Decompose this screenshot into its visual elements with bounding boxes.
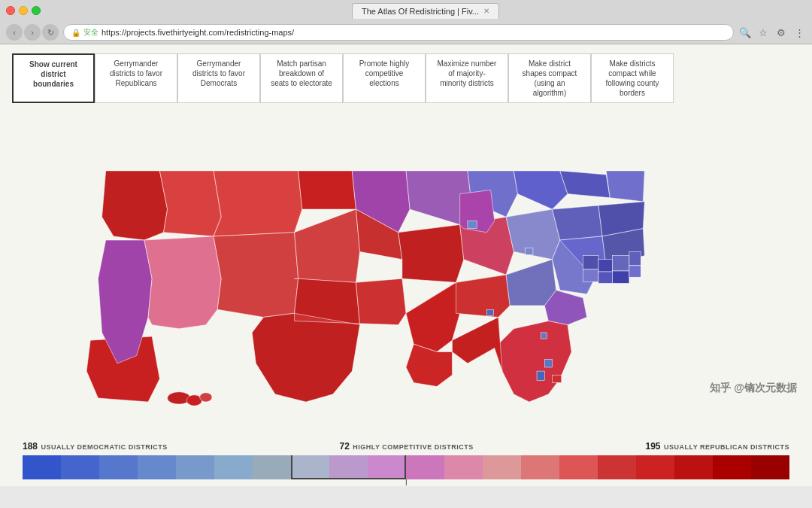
- nav-option-republicans-label: Gerrymander districts to favor Republica…: [110, 59, 162, 87]
- democratic-label: 188 USUALLY DEMOCRATIC DISTRICTS: [23, 439, 168, 452]
- republican-count: 195: [645, 441, 660, 452]
- forward-button[interactable]: ›: [24, 24, 41, 41]
- legend-segment-blue6: [253, 455, 291, 479]
- svg-marker-14: [214, 233, 298, 318]
- svg-rect-52: [553, 375, 562, 382]
- svg-rect-51: [537, 371, 544, 380]
- legend-segment-deep-red: [713, 455, 751, 479]
- nav-option-competitive-label: Promote highly competitive elections: [359, 59, 410, 87]
- nav-option-compact-county-label: Make districts compact while following c…: [605, 59, 659, 97]
- competitive-label: 72 HIGHLY COMPETITIVE DISTRICTS: [339, 439, 473, 452]
- legend-segment-darkest-red: [751, 455, 789, 479]
- url-bar[interactable]: 🔒 安全 https://projects.fivethirtyeight.co…: [63, 24, 734, 41]
- watermark: 知乎 @镝次元数据: [710, 382, 797, 395]
- svg-marker-4: [298, 171, 356, 209]
- legend-segment-red4: [636, 455, 674, 479]
- nav-option-compact-county[interactable]: Make districts compact while following c…: [591, 53, 674, 103]
- toolbar-icons: 🔍 ☆ ⚙ ⋮: [738, 26, 806, 39]
- svg-rect-42: [629, 266, 641, 277]
- legend-segment-blue3: [138, 455, 176, 479]
- refresh-button[interactable]: ↻: [42, 24, 59, 41]
- nav-option-compact-algo[interactable]: Make district shapes compact (using an a…: [508, 53, 591, 103]
- competitive-label-text: HIGHLY COMPETITIVE DISTRICTS: [353, 443, 474, 451]
- svg-rect-37: [612, 256, 629, 271]
- legend-segment-blue4: [176, 455, 214, 479]
- svg-marker-2: [159, 171, 221, 236]
- svg-marker-1: [102, 171, 168, 240]
- republican-label-text: USUALLY REPUBLICAN DISTRICTS: [664, 443, 789, 451]
- map-container: 知乎 @镝次元数据: [0, 109, 812, 433]
- svg-marker-34: [460, 190, 495, 233]
- tab-close-icon[interactable]: ✕: [483, 7, 489, 15]
- bookmark-icon[interactable]: ☆: [756, 26, 770, 39]
- traffic-lights: [6, 6, 41, 15]
- address-bar: ‹ › ↻ 🔒 安全 https://projects.fivethirtyei…: [0, 21, 812, 44]
- democratic-count: 188: [23, 441, 38, 452]
- svg-rect-35: [583, 256, 598, 269]
- svg-point-45: [200, 393, 212, 402]
- svg-rect-49: [541, 333, 547, 339]
- url-text: https://projects.fivethirtyeight.com/red…: [102, 28, 294, 37]
- legend-segment-red1: [521, 455, 559, 479]
- page-content: Show current district boundaries Gerryma…: [0, 44, 812, 486]
- legend-segment-red2: [559, 455, 598, 479]
- svg-rect-36: [598, 260, 612, 272]
- svg-marker-10: [606, 171, 644, 202]
- even-split-line: [406, 479, 407, 485]
- svg-marker-3: [214, 171, 302, 236]
- legend-segment-purple2: [368, 455, 406, 479]
- nav-buttons: ‹ › ↻: [6, 24, 59, 41]
- svg-rect-48: [487, 309, 494, 315]
- republican-label: 195 USUALLY REPUBLICAN DISTRICTS: [645, 439, 789, 452]
- extensions-icon[interactable]: ⚙: [774, 26, 788, 39]
- legend-segment-light-red: [483, 455, 521, 479]
- svg-marker-9: [560, 171, 611, 198]
- svg-rect-47: [526, 248, 533, 254]
- security-label: 安全: [83, 27, 98, 38]
- nav-option-democrats[interactable]: Gerrymander districts to favor Democrats: [177, 53, 260, 103]
- svg-rect-40: [612, 271, 629, 283]
- nav-option-compact-algo-label: Make district shapes compact (using an a…: [523, 59, 577, 97]
- svg-rect-50: [544, 360, 552, 367]
- svg-marker-20: [553, 205, 603, 240]
- title-bar: The Atlas Of Redistricting | Fiv... ✕: [0, 0, 812, 21]
- nav-option-majority[interactable]: Maximize number of majority-minority dis…: [426, 53, 508, 103]
- nav-option-majority-label: Maximize number of majority-minority dis…: [438, 59, 497, 87]
- security-icon: 🔒: [71, 29, 80, 37]
- svg-marker-25: [456, 275, 511, 317]
- close-button[interactable]: [6, 6, 15, 15]
- maximize-button[interactable]: [32, 6, 41, 15]
- legend-segment-deep-blue: [23, 455, 61, 479]
- svg-rect-46: [468, 221, 477, 228]
- minimize-button[interactable]: [19, 6, 28, 15]
- legend: 188 USUALLY DEMOCRATIC DISTRICTS 72 HIGH…: [0, 433, 812, 486]
- svg-marker-17: [398, 225, 464, 283]
- legend-labels: 188 USUALLY DEMOCRATIC DISTRICTS 72 HIGH…: [23, 439, 789, 452]
- svg-rect-39: [598, 272, 612, 283]
- more-icon[interactable]: ⋮: [792, 26, 806, 39]
- nav-option-partisan-label: Match partisan breakdown of seats to ele…: [271, 59, 332, 87]
- legend-segment-red5: [674, 455, 713, 479]
- back-button[interactable]: ‹: [6, 24, 23, 41]
- legend-segment-purple1: [329, 455, 368, 479]
- search-icon[interactable]: 🔍: [738, 26, 752, 39]
- democratic-label-text: USUALLY DEMOCRATIC DISTRICTS: [41, 443, 167, 451]
- svg-marker-13: [144, 236, 221, 329]
- legend-segment-light-blue: [291, 455, 329, 479]
- even-split-marker: EVEN SPLIT: [389, 479, 423, 486]
- legend-bar: [23, 455, 789, 479]
- nav-option-republicans[interactable]: Gerrymander districts to favor Republica…: [95, 53, 177, 103]
- nav-option-democrats-label: Gerrymander districts to favor Democrats: [192, 59, 245, 87]
- svg-rect-41: [629, 251, 641, 265]
- tab-title: The Atlas Of Redistricting | Fiv...: [362, 7, 479, 16]
- legend-segment-red3: [598, 455, 636, 479]
- svg-rect-38: [583, 269, 598, 281]
- nav-option-partisan[interactable]: Match partisan breakdown of seats to ele…: [260, 53, 343, 103]
- browser-tab[interactable]: The Atlas Of Redistricting | Fiv... ✕: [352, 3, 499, 19]
- nav-option-competitive[interactable]: Promote highly competitive elections: [343, 53, 426, 103]
- legend-bar-area: EVEN SPLIT: [23, 455, 789, 486]
- legend-segment-purple3: [406, 455, 444, 479]
- legend-segment-blue5: [214, 455, 253, 479]
- nav-option-current[interactable]: Show current district boundaries: [12, 53, 95, 103]
- legend-segment-pink1: [444, 455, 483, 479]
